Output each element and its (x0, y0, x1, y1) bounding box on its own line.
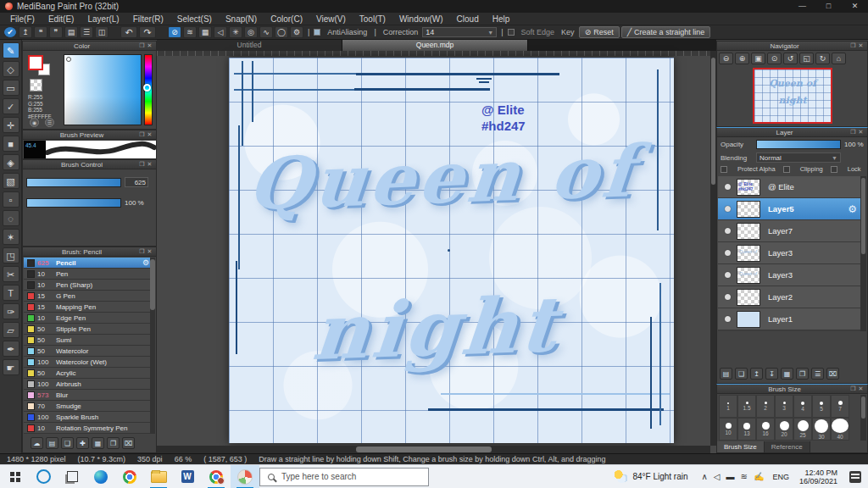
pen-check-tool[interactable]: ✓ (3, 98, 19, 114)
layer-settings-icon[interactable]: ⚙ (848, 203, 857, 215)
brush-size-slider[interactable] (26, 178, 121, 187)
protect-alpha-checkbox[interactable] (721, 166, 727, 173)
scroll-thumb[interactable] (861, 178, 865, 254)
layer-folder-icon[interactable]: ▦ (781, 368, 793, 380)
brush-row-rotation-symmetry-pen[interactable]: 10Rotation Symmetry Pen (24, 423, 152, 434)
file-explorer-icon[interactable] (144, 465, 173, 488)
color-wheel-icon[interactable]: ◉ (30, 118, 39, 127)
popout-icon[interactable]: ❐ (849, 385, 857, 392)
antialiasing-checkbox[interactable] (314, 29, 320, 36)
sv-marker[interactable] (66, 57, 71, 62)
saturation-value-picker[interactable] (64, 54, 142, 125)
chrome-profile-icon[interactable] (202, 465, 231, 488)
scroll-thumb[interactable] (356, 446, 492, 452)
brush-size-cell-20[interactable]: 20 (775, 418, 793, 441)
gradient-tool[interactable]: ▧ (3, 173, 19, 189)
lock-checkbox[interactable] (831, 166, 837, 173)
correction-select[interactable]: 14 ▼ (422, 27, 497, 37)
layer-down-icon[interactable]: ↧ (765, 368, 778, 380)
bucket-tool[interactable]: ◈ (3, 154, 19, 170)
comment-icon[interactable]: ❝ (34, 26, 47, 38)
brush-size-cell-40[interactable]: 40 (831, 418, 849, 441)
delete-layer-icon[interactable]: ⌧ (826, 368, 839, 380)
search-input[interactable]: Type here to search (259, 468, 429, 486)
brush-size-cell-5[interactable]: 5 (812, 395, 831, 418)
brush-row-smudge[interactable]: 70Smudge (24, 401, 152, 412)
menu-item-filef[interactable]: File(F) (3, 13, 42, 25)
confirm-icon[interactable]: ✔ (3, 26, 17, 38)
reset-button[interactable]: ⊘ Reset (579, 26, 620, 38)
layer-row-4[interactable]: Queen ofLayer3 (718, 264, 862, 286)
add-brush-menu-icon[interactable]: ❏ (61, 437, 74, 449)
layer-visibility-dot[interactable] (725, 294, 731, 300)
brush-row-pencil[interactable]: 625Pencil⚙ (24, 258, 152, 269)
close-icon[interactable]: ✕ (146, 131, 153, 138)
snap-radial-icon[interactable]: ✳ (229, 26, 242, 38)
brush-size-scrollbar[interactable] (860, 395, 866, 441)
minimize-button[interactable]: — (789, 0, 815, 13)
horizontal-scrollbar[interactable] (157, 446, 710, 453)
layer-row-1[interactable]: Layer5⚙ (718, 198, 862, 220)
brush-row-mapping-pen[interactable]: 15Mapping Pen (24, 302, 152, 313)
menu-item-filterr[interactable]: Filter(R) (126, 13, 170, 25)
fill-rect-tool[interactable]: ■ (3, 136, 19, 152)
layer-row-3[interactable]: Queen ofLayer3 (718, 242, 862, 264)
layer-row-5[interactable]: Layer2 (718, 286, 862, 308)
weather-text[interactable]: 84°F Light rain (632, 472, 687, 481)
layer-list-scrollbar[interactable] (860, 176, 866, 331)
brush-folder-icon[interactable]: ▦ (92, 437, 104, 449)
start-button[interactable] (0, 465, 29, 488)
menu-item-viewv[interactable]: View(V) (309, 13, 353, 25)
new-layer-icon[interactable]: ▤ (720, 368, 732, 380)
marquee-tool[interactable]: ▭ (3, 80, 19, 96)
pen-input-icon[interactable]: ✍ (754, 472, 764, 481)
copy-layer-icon[interactable]: ❐ (796, 368, 809, 380)
rotate-right-icon[interactable]: ↻ (815, 53, 830, 64)
close-icon[interactable]: ✕ (857, 129, 865, 136)
soft-edge-checkbox[interactable] (508, 29, 515, 36)
divide-tool[interactable]: ✂ (3, 266, 19, 282)
delete-brush-icon[interactable]: ⌧ (122, 437, 135, 449)
medibang-icon[interactable] (231, 465, 259, 488)
snap-curve-icon[interactable]: ∿ (259, 26, 273, 38)
popout-icon[interactable]: ❐ (849, 42, 857, 49)
brush-settings-icon[interactable]: ⚙ (142, 258, 149, 267)
brush-size-cell-30[interactable]: 30 (812, 418, 831, 441)
layer-visibility-dot[interactable] (725, 184, 731, 190)
snap-off-icon[interactable]: ⊘ (168, 26, 181, 38)
brush-row-watercolor[interactable]: 50Watercolor (24, 346, 152, 357)
merge-layer-icon[interactable]: ☰ (811, 368, 824, 380)
volume-icon[interactable]: ◁ (714, 472, 721, 481)
scroll-thumb[interactable] (711, 58, 715, 185)
list-icon[interactable]: ☰ (80, 26, 93, 38)
undo-icon[interactable]: ↶ (120, 26, 137, 38)
new-brush-icon[interactable]: ▤ (46, 437, 58, 449)
snap-grid-icon[interactable]: ▦ (198, 26, 212, 38)
brush-row-acrylic[interactable]: 50Acrylic (24, 368, 152, 379)
move-tool[interactable]: ✛ (3, 117, 19, 133)
brush-row-sumi[interactable]: 50Sumi (24, 335, 152, 346)
snap-settings-icon[interactable]: ⚙ (290, 26, 303, 38)
reset-view-icon[interactable]: ⌂ (832, 53, 846, 64)
layer-visibility-dot[interactable] (725, 206, 731, 212)
zoom-out-icon[interactable]: ⊖ (719, 53, 733, 64)
popout-icon[interactable]: ❐ (138, 131, 146, 138)
menu-item-colorc[interactable]: Color(C) (264, 13, 309, 25)
canvas[interactable]: @ Elite #hd247 Queen of night (229, 58, 674, 443)
select-pen-tool[interactable]: ✑ (3, 303, 19, 319)
brush-size-cell-4[interactable]: 4 (793, 395, 812, 418)
popout-icon[interactable]: ❐ (138, 248, 146, 255)
menu-item-help[interactable]: Help (486, 13, 517, 25)
close-icon[interactable]: ✕ (146, 161, 153, 168)
magic-wand-tool[interactable]: ✶ (3, 229, 19, 245)
tray-chevron-icon[interactable]: ∧ (702, 472, 708, 481)
weather-icon[interactable] (614, 470, 627, 484)
hand-tool[interactable]: ☛ (3, 359, 19, 375)
brush-size-cell-7[interactable]: 7 (831, 395, 849, 418)
hue-bar[interactable] (144, 54, 153, 125)
layer-visibility-dot[interactable] (725, 272, 731, 278)
eraser-pen-tool[interactable]: ▱ (3, 322, 19, 338)
brush-size-cell-2[interactable]: 2 (756, 395, 775, 418)
brush-row-sparkle-brush[interactable]: 100Sparkle Brush (24, 412, 152, 423)
battery-icon[interactable]: ▬ (726, 472, 735, 481)
